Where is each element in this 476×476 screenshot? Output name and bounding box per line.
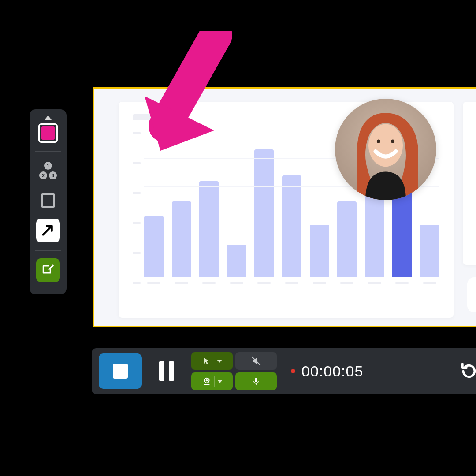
- chart-bar: [254, 149, 274, 284]
- donut-chart-partial: [467, 194, 476, 243]
- svg-point-2: [368, 124, 403, 167]
- bar-value: [337, 201, 357, 277]
- webcam-overlay[interactable]: [335, 99, 436, 200]
- y-axis-ticks: [133, 130, 144, 293]
- recording-toolbar: 00:00:05: [92, 348, 476, 394]
- num-2: 2: [39, 171, 47, 179]
- recording-indicator-icon: [291, 369, 295, 373]
- restart-button[interactable]: [457, 359, 476, 383]
- rectangle-icon: [41, 193, 55, 208]
- color-swatch-icon: [41, 126, 55, 140]
- bar-value: [282, 175, 301, 277]
- draw-tool[interactable]: [36, 258, 60, 282]
- x-tick: [313, 282, 326, 284]
- x-tick: [285, 282, 298, 284]
- timer-display: 00:00:05: [291, 363, 363, 380]
- svg-point-4: [391, 139, 394, 143]
- annotation-toolbar: 1 2 3: [30, 109, 67, 294]
- chart-bar: [199, 181, 219, 284]
- stop-icon: [113, 364, 128, 379]
- bar-value: [420, 225, 439, 277]
- color-picker-button[interactable]: [38, 123, 58, 143]
- rectangle-tool[interactable]: [36, 189, 60, 212]
- chart-bar: [144, 216, 164, 284]
- arrow-icon: [41, 222, 56, 239]
- num-1: 1: [44, 162, 52, 170]
- svg-point-6: [205, 379, 207, 381]
- chart-bar: [337, 201, 357, 284]
- svg-point-3: [377, 139, 380, 143]
- bar-value: [172, 201, 191, 277]
- x-tick: [340, 282, 353, 284]
- chart-bar: [420, 225, 439, 284]
- undo-icon: [459, 361, 476, 381]
- cursor-icon: [202, 357, 211, 365]
- webcam-toggle-button[interactable]: [191, 372, 233, 390]
- x-tick: [202, 282, 216, 284]
- toolbar-divider: [35, 151, 61, 152]
- bar-value: [365, 190, 384, 277]
- collapse-up-icon[interactable]: [45, 115, 52, 120]
- elapsed-time: 00:00:05: [301, 363, 363, 380]
- pause-button[interactable]: [152, 356, 182, 387]
- x-tick: [175, 282, 188, 284]
- toolbar-divider: [35, 250, 61, 251]
- bar-value: [227, 245, 246, 277]
- bar-value: [199, 181, 219, 277]
- mic-icon: [252, 377, 260, 386]
- chart-bar: [365, 190, 384, 284]
- chart-bar: [310, 225, 329, 284]
- person-avatar-icon: [335, 99, 436, 200]
- x-tick: [147, 282, 160, 284]
- bar-value: [310, 225, 329, 277]
- chart-bar: [172, 201, 191, 284]
- mic-toggle-button[interactable]: [235, 372, 277, 390]
- x-tick: [368, 282, 381, 284]
- chart-title-placeholder: [133, 114, 186, 120]
- pencil-square-icon: [41, 262, 55, 278]
- x-tick: [230, 282, 243, 284]
- webcam-icon: [202, 376, 212, 386]
- speaker-mute-button[interactable]: [235, 352, 277, 370]
- stop-button[interactable]: [99, 353, 142, 389]
- chevron-down-icon: [217, 380, 223, 383]
- tertiary-card: [467, 277, 476, 312]
- cursor-effects-button[interactable]: [191, 352, 233, 370]
- numbered-circles-icon: 1 2 3: [38, 162, 58, 179]
- chart-bar: [282, 175, 301, 284]
- bar-value: [144, 216, 164, 277]
- chart-bar: [227, 245, 246, 284]
- x-tick: [395, 282, 409, 284]
- effects-cluster: [191, 352, 277, 390]
- numbered-steps-tool[interactable]: 1 2 3: [36, 159, 60, 182]
- chevron-down-icon: [217, 360, 222, 363]
- bar-value: [254, 149, 274, 277]
- num-3: 3: [49, 171, 57, 179]
- x-tick: [257, 282, 271, 284]
- x-tick: [423, 282, 436, 284]
- arrow-tool[interactable]: [36, 219, 60, 242]
- pause-icon: [159, 361, 174, 381]
- speaker-muted-icon: [251, 356, 261, 366]
- svg-rect-7: [255, 378, 257, 382]
